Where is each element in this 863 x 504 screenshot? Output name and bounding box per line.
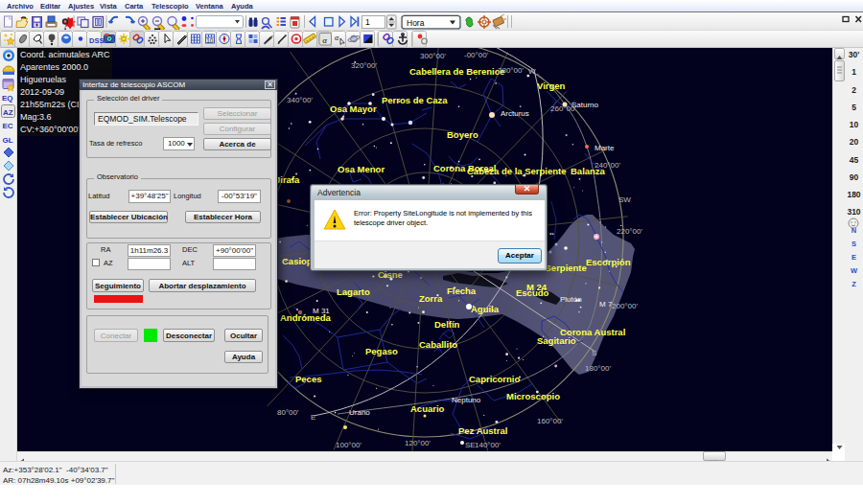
svg-text:Pegaso: Pegaso (365, 346, 398, 356)
svg-text:Osa Menor: Osa Menor (338, 164, 385, 174)
svg-text:M 7: M 7 (599, 300, 613, 309)
svg-text:120°00': 120°00' (405, 439, 431, 447)
svg-text:Caballito: Caballito (419, 339, 457, 350)
svg-text:Capricornio: Capricornio (469, 374, 521, 384)
svg-text:Lagarto: Lagarto (337, 286, 370, 297)
svg-text:DSS: DSS (89, 36, 104, 45)
svg-text:Pez Austral: Pez Austral (458, 425, 507, 436)
svg-text:220°00': 220°00' (617, 227, 642, 236)
svg-text:10: 10 (206, 37, 214, 44)
svg-text:Urano: Urano (349, 408, 370, 417)
svg-text:Virgen: Virgen (537, 80, 566, 91)
svg-text:Jirafa: Jirafa (275, 174, 300, 185)
svg-text:-00°00': -00°00' (464, 51, 489, 59)
svg-text:160°00': 160°00' (537, 417, 563, 425)
svg-text:SE: SE (465, 441, 476, 449)
svg-text:200°00': 200°00' (612, 302, 638, 310)
svg-text:S: S (592, 349, 596, 357)
svg-text:Flecha: Flecha (447, 286, 477, 296)
svg-text:100°00': 100°00' (336, 441, 362, 449)
svg-text:Perros de Caza: Perros de Caza (382, 95, 448, 105)
svg-text:260°00': 260°00' (550, 104, 576, 113)
svg-text:M 31: M 31 (313, 307, 330, 315)
svg-text:EQ: EQ (2, 94, 13, 103)
svg-text:1: 1 (365, 17, 370, 27)
svg-text:Neptuno: Neptuno (452, 396, 481, 404)
svg-text:GL: GL (3, 136, 13, 145)
svg-text:α: α (322, 35, 327, 45)
svg-text:140°00': 140°00' (475, 441, 501, 449)
svg-text:Arcturus: Arcturus (501, 109, 529, 118)
svg-text:300°00': 300°00' (420, 52, 446, 60)
svg-text:320°00': 320°00' (351, 61, 377, 70)
svg-text:Cabellera de Berenice: Cabellera de Berenice (409, 66, 504, 77)
svg-text:SW: SW (618, 195, 631, 204)
svg-text:EC: EC (3, 122, 13, 130)
svg-text:Plutón: Plutón (560, 295, 582, 304)
svg-text:Microscopio: Microscopio (506, 391, 560, 401)
svg-text:Marte: Marte (595, 144, 615, 152)
svg-text:AZ: AZ (3, 108, 13, 117)
svg-text:180°00': 180°00' (585, 364, 611, 373)
svg-text:80°00': 80°00' (277, 408, 299, 417)
svg-text:Cabeza de la Serpiente: Cabeza de la Serpiente (467, 166, 566, 176)
svg-text:Zorra: Zorra (419, 293, 443, 304)
svg-text:Sagitario: Sagitario (537, 335, 576, 346)
svg-text:E: E (311, 413, 315, 422)
svg-text:280°00': 280°00' (498, 66, 524, 75)
svg-text:340°00': 340°00' (287, 96, 313, 104)
svg-text:Escudo: Escudo (516, 287, 549, 298)
svg-text:Osa Mayor: Osa Mayor (330, 103, 377, 114)
svg-text:Delfín: Delfín (434, 319, 460, 330)
svg-text:Peces: Peces (295, 374, 321, 384)
svg-text:W: W (528, 67, 536, 76)
svg-text:240°00': 240°00' (595, 161, 620, 170)
svg-text:Hora: Hora (407, 18, 425, 28)
svg-text:Aguila: Aguila (471, 304, 500, 314)
svg-text:Escorpión: Escorpión (586, 257, 631, 267)
svg-text:Acuario: Acuario (410, 403, 445, 414)
svg-text:Boyero: Boyero (447, 129, 478, 140)
